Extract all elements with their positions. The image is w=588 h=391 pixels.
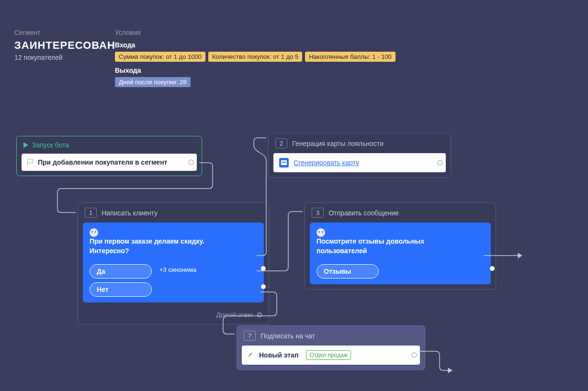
conditions-block: Условия Входа Сумма покупок: от 1 до 100… [115,29,396,87]
start-trigger-row[interactable]: При добавлении покупателя в сегмент [22,154,197,171]
output-port-other[interactable] [257,313,262,317]
node-2-header: 2 Генерация карты лояльности [269,134,451,153]
start-trigger-text: При добавлении покупателя в сегмент [38,158,167,166]
entry-tags: Сумма покупок: от 1 до 1000 Количество п… [115,52,396,62]
node-number: 2 [275,138,287,148]
node-3-header: 3 Отправить сообщение [305,203,496,223]
other-answer-label: Другой ответ [216,311,253,318]
robot-icon [317,228,325,237]
node-7-header: 7 Подписать на чат [237,326,425,346]
output-port[interactable] [411,352,417,358]
node-1-message-card: При первом заказе делаем скидку. Интерес… [83,223,264,302]
node-number: 7 [244,331,256,341]
exit-tag[interactable]: Дней после покупки: 28 [115,77,191,87]
generate-card-link[interactable]: Сгенерировать карту [294,159,359,167]
node-number: 3 [312,208,324,218]
conditions-label: Условия [115,29,396,36]
entry-tag[interactable]: Накопленные баллы: 1 - 100 [305,52,396,62]
node-2-title: Генерация карты лояльности [292,140,384,147]
node-2[interactable]: 2 Генерация карты лояльности Сгенерирова… [268,133,451,178]
node-1-header: 1 Написать клиенту [78,203,269,223]
node-3-message-card: Посмотрите отзывы довольных пользователе… [310,223,491,284]
node-2-action-row[interactable]: Сгенерировать карту [273,153,446,172]
output-port-reviews[interactable] [490,266,495,271]
node-7[interactable]: 7 Подписать на чат Новый этап Отдел прод… [237,325,425,370]
segment-label: Сегмент [14,29,115,36]
exit-conditions-label: Выхода [115,67,396,74]
start-node[interactable]: Запуск бота При добавлении покупателя в … [16,136,202,176]
svg-marker-0 [518,253,522,258]
robot-icon [90,228,98,237]
node-number: 1 [85,208,97,218]
output-port[interactable] [188,159,194,165]
node-7-stage-row[interactable]: Новый этап Отдел продаж [242,346,420,365]
output-port[interactable] [437,160,443,166]
output-port-yes[interactable] [261,266,266,271]
entry-tag[interactable]: Количество покупок: от 1 до 5 [208,52,302,62]
option-no[interactable]: Нет [90,282,152,297]
stage-name: Новый этап [259,351,298,359]
department-tag: Отдел продаж [306,350,351,360]
synonym-count: +3 синонима [159,266,196,273]
exit-tags: Дней после покупки: 28 [115,77,396,87]
node-3-message: Посмотрите отзывы довольных пользователе… [317,237,470,256]
start-title: Запуск бота [32,141,69,149]
card-icon [279,158,289,168]
other-answer-row: Другой ответ [78,307,269,324]
node-1-title: Написать клиенту [102,209,158,217]
node-3-title: Отправить сообщение [328,209,399,217]
option-yes[interactable]: Да [90,264,152,279]
output-port-no[interactable] [261,284,266,289]
svg-marker-1 [448,368,452,373]
start-node-header: Запуск бота [17,136,202,154]
node-1[interactable]: 1 Написать клиенту При первом заказе дел… [78,202,269,324]
node-3[interactable]: 3 Отправить сообщение Посмотрите отзывы … [305,202,496,290]
node-1-message: При первом заказе делаем скидку. Интерес… [90,237,243,256]
node-7-title: Подписать на чат [260,332,315,340]
entry-conditions-label: Входа [115,41,396,49]
header-segment: Сегмент ЗАИНТЕРЕСОВАН 12 покупателей [14,29,115,61]
pencil-icon [248,352,254,358]
entry-tag[interactable]: Сумма покупок: от 1 до 1000 [115,52,205,62]
flag-icon [27,159,33,166]
play-icon [23,142,28,148]
segment-count: 12 покупателей [14,54,115,61]
option-reviews[interactable]: Отзывы [317,264,379,279]
segment-title: ЗАИНТЕРЕСОВАН [14,39,115,52]
